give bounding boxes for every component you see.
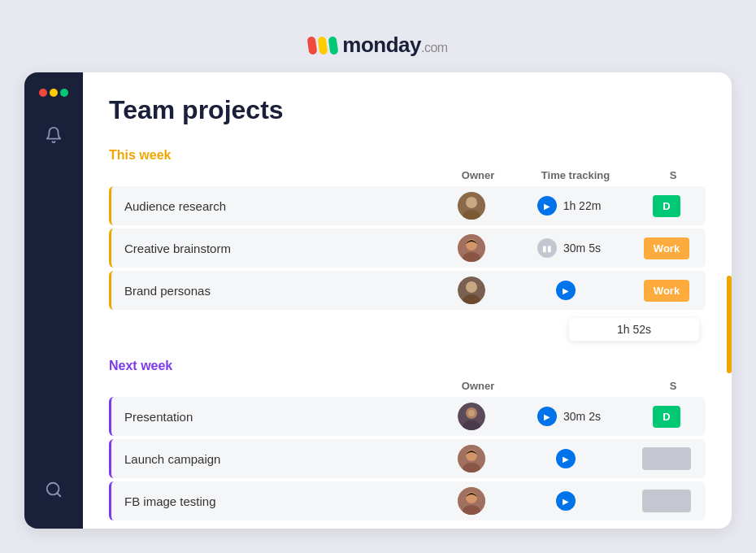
task-status: Work: [634, 237, 699, 259]
table-row: FB image testing ▶: [109, 481, 706, 520]
play-button[interactable]: ▶: [537, 407, 557, 426]
task-name: Brand personas: [118, 274, 439, 307]
sidebar-dot-yellow: [50, 89, 58, 97]
logo-bar-red: [307, 36, 318, 54]
task-time-tracking: ▶: [504, 491, 634, 511]
sidebar-dot-green: [60, 89, 68, 97]
task-name: Audience research: [118, 189, 439, 223]
task-name: Launch campaign: [118, 442, 439, 476]
task-name: Presentation: [118, 400, 439, 433]
avatar: [458, 403, 485, 430]
svg-point-14: [468, 410, 475, 416]
status-badge: Work: [644, 237, 689, 259]
svg-point-3: [466, 197, 477, 208]
task-status: Work: [634, 280, 699, 302]
total-row: 1h 52s: [109, 313, 706, 346]
task-name: FB image testing: [118, 485, 439, 518]
logo-bar-green: [328, 36, 339, 54]
time-value: 30m 5s: [563, 242, 601, 255]
status-badge-empty: [642, 447, 691, 470]
col-time-header: Time tracking: [511, 169, 641, 181]
task-owner: [439, 276, 504, 304]
col-owner-header: Owner: [445, 169, 511, 181]
this-week-header: Owner Time tracking S: [109, 169, 706, 186]
task-owner: [439, 403, 504, 430]
search-icon[interactable]: [45, 481, 63, 503]
table-row: Launch campaign ▶: [109, 439, 706, 478]
task-owner: [439, 192, 504, 220]
next-week-section: Next week Owner S Presentation: [109, 359, 706, 520]
monday-logo: monday.com: [308, 33, 447, 58]
sidebar-bottom: [45, 481, 63, 512]
task-time-tracking: ▶ 1h 22m: [504, 196, 634, 216]
status-badge: D: [653, 195, 680, 217]
play-button[interactable]: ▶: [556, 281, 576, 300]
avatar: [458, 276, 485, 304]
table-row: Audience research ▶ 1h 22m: [109, 186, 706, 225]
sidebar-logo: [39, 89, 68, 100]
play-button[interactable]: ▶: [556, 449, 576, 468]
col-status-header: S: [641, 380, 706, 392]
task-owner: [439, 445, 504, 472]
task-status: [634, 447, 699, 470]
task-owner: [439, 487, 504, 515]
this-week-section: This week Owner Time tracking S Audience…: [109, 148, 706, 346]
play-button[interactable]: ▶: [537, 196, 557, 216]
page-title: Team projects: [109, 95, 706, 125]
this-week-label: This week: [109, 148, 706, 163]
logo-bar-yellow: [318, 36, 328, 54]
avatar: [458, 192, 485, 220]
table-row: Brand personas ▶: [109, 271, 706, 310]
status-badge-empty: [642, 490, 691, 512]
time-value: 30m 2s: [563, 410, 601, 423]
logo-text: monday.com: [342, 33, 447, 58]
notification-icon[interactable]: [45, 126, 63, 148]
next-week-label: Next week: [109, 359, 706, 373]
play-button[interactable]: ▶: [556, 491, 576, 511]
col-status-header: S: [641, 169, 706, 181]
avatar: [458, 234, 485, 262]
svg-line-1: [57, 493, 60, 496]
pause-button[interactable]: ▮▮: [537, 238, 557, 258]
task-status: D: [634, 195, 699, 217]
status-badge: D: [653, 406, 680, 428]
avatar: [458, 487, 485, 515]
task-status: D: [634, 406, 699, 428]
status-badge: Work: [644, 280, 689, 302]
table-row: Creative brainstorm ▮▮: [109, 229, 706, 268]
task-owner: [439, 234, 504, 262]
task-time-tracking: ▶: [504, 281, 634, 300]
table-row: Presentation ▶ 30m: [109, 397, 706, 436]
task-name: Creative brainstorm: [118, 232, 439, 265]
task-time-tracking: ▶ 30m 2s: [504, 407, 634, 426]
logo-m-shape: [308, 37, 337, 54]
task-status: [634, 490, 699, 512]
time-value: 1h 22m: [563, 199, 602, 212]
avatar: [458, 445, 485, 472]
sidebar: [24, 72, 83, 529]
sidebar-dot-red: [39, 89, 47, 97]
next-week-header: Owner S: [109, 380, 706, 397]
main-card: Team projects This week Owner Time track…: [24, 72, 732, 529]
total-time: 1h 52s: [569, 318, 699, 341]
col-owner-header: Owner: [445, 380, 511, 392]
content-area: Team projects This week Owner Time track…: [83, 72, 732, 529]
task-time-tracking: ▮▮ 30m 5s: [504, 238, 634, 258]
sidebar-logo-dots: [39, 89, 68, 97]
svg-point-9: [466, 281, 477, 293]
task-time-tracking: ▶: [504, 449, 634, 468]
logo-graphic: monday.com: [308, 33, 447, 58]
scroll-indicator: [727, 276, 732, 373]
